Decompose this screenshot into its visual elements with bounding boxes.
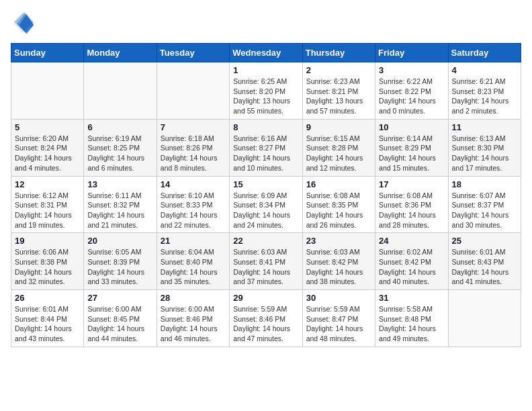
day-info: Sunrise: 6:20 AM Sunset: 8:24 PM Dayligh… bbox=[15, 134, 80, 173]
day-info: Sunrise: 6:13 AM Sunset: 8:30 PM Dayligh… bbox=[452, 134, 517, 173]
day-number: 31 bbox=[379, 293, 444, 303]
calendar-week-row: 12Sunrise: 6:12 AM Sunset: 8:31 PM Dayli… bbox=[11, 176, 521, 233]
day-number: 27 bbox=[87, 293, 152, 303]
day-number: 12 bbox=[15, 179, 80, 189]
calendar-cell: 26Sunrise: 6:01 AM Sunset: 8:44 PM Dayli… bbox=[11, 290, 84, 347]
day-number: 3 bbox=[379, 65, 444, 75]
day-info: Sunrise: 6:03 AM Sunset: 8:41 PM Dayligh… bbox=[233, 247, 298, 287]
day-number: 14 bbox=[161, 179, 226, 189]
day-info: Sunrise: 6:12 AM Sunset: 8:31 PM Dayligh… bbox=[15, 191, 80, 230]
calendar-cell: 21Sunrise: 6:04 AM Sunset: 8:40 PM Dayli… bbox=[157, 233, 229, 290]
logo-icon bbox=[11, 11, 35, 35]
day-of-week-header: Saturday bbox=[448, 44, 521, 62]
calendar-cell: 5Sunrise: 6:20 AM Sunset: 8:24 PM Daylig… bbox=[11, 119, 84, 176]
day-number: 1 bbox=[233, 65, 298, 75]
day-info: Sunrise: 6:16 AM Sunset: 8:27 PM Dayligh… bbox=[233, 134, 298, 173]
calendar-cell: 18Sunrise: 6:07 AM Sunset: 8:37 PM Dayli… bbox=[448, 176, 521, 233]
day-info: Sunrise: 6:00 AM Sunset: 8:46 PM Dayligh… bbox=[161, 304, 226, 344]
day-of-week-header: Wednesday bbox=[230, 44, 302, 62]
calendar-cell: 14Sunrise: 6:10 AM Sunset: 8:33 PM Dayli… bbox=[157, 176, 229, 233]
calendar-cell: 10Sunrise: 6:14 AM Sunset: 8:29 PM Dayli… bbox=[375, 119, 448, 176]
day-number: 17 bbox=[379, 179, 444, 189]
day-number: 16 bbox=[306, 179, 371, 189]
calendar-header-row: SundayMondayTuesdayWednesdayThursdayFrid… bbox=[11, 44, 521, 62]
day-info: Sunrise: 6:01 AM Sunset: 8:44 PM Dayligh… bbox=[15, 304, 80, 344]
calendar-week-row: 5Sunrise: 6:20 AM Sunset: 8:24 PM Daylig… bbox=[11, 119, 521, 176]
calendar-cell: 9Sunrise: 6:15 AM Sunset: 8:28 PM Daylig… bbox=[302, 119, 375, 176]
calendar-cell: 24Sunrise: 6:02 AM Sunset: 8:42 PM Dayli… bbox=[375, 233, 448, 290]
day-info: Sunrise: 6:09 AM Sunset: 8:34 PM Dayligh… bbox=[233, 191, 298, 230]
day-number: 21 bbox=[161, 236, 226, 246]
day-of-week-header: Monday bbox=[84, 44, 157, 62]
day-of-week-header: Thursday bbox=[302, 44, 375, 62]
calendar-cell: 23Sunrise: 6:03 AM Sunset: 8:42 PM Dayli… bbox=[302, 233, 375, 290]
calendar-cell: 25Sunrise: 6:01 AM Sunset: 8:43 PM Dayli… bbox=[448, 233, 521, 290]
day-info: Sunrise: 6:21 AM Sunset: 8:23 PM Dayligh… bbox=[452, 77, 517, 116]
day-info: Sunrise: 6:08 AM Sunset: 8:36 PM Dayligh… bbox=[379, 191, 444, 230]
calendar-cell: 12Sunrise: 6:12 AM Sunset: 8:31 PM Dayli… bbox=[11, 176, 84, 233]
calendar-cell: 13Sunrise: 6:11 AM Sunset: 8:32 PM Dayli… bbox=[84, 176, 157, 233]
day-number: 7 bbox=[161, 122, 226, 132]
day-info: Sunrise: 6:25 AM Sunset: 8:20 PM Dayligh… bbox=[233, 77, 298, 116]
calendar-cell: 22Sunrise: 6:03 AM Sunset: 8:41 PM Dayli… bbox=[230, 233, 302, 290]
calendar-cell: 11Sunrise: 6:13 AM Sunset: 8:30 PM Dayli… bbox=[448, 119, 521, 176]
calendar-cell: 1Sunrise: 6:25 AM Sunset: 8:20 PM Daylig… bbox=[230, 62, 302, 120]
day-number: 23 bbox=[306, 236, 371, 246]
day-number: 19 bbox=[15, 236, 80, 246]
day-info: Sunrise: 6:05 AM Sunset: 8:39 PM Dayligh… bbox=[87, 247, 152, 287]
calendar-cell: 31Sunrise: 5:58 AM Sunset: 8:48 PM Dayli… bbox=[375, 290, 448, 347]
calendar-cell: 2Sunrise: 6:23 AM Sunset: 8:21 PM Daylig… bbox=[302, 62, 375, 120]
day-info: Sunrise: 6:10 AM Sunset: 8:33 PM Dayligh… bbox=[161, 191, 226, 230]
day-info: Sunrise: 6:23 AM Sunset: 8:21 PM Dayligh… bbox=[306, 77, 371, 116]
day-info: Sunrise: 6:07 AM Sunset: 8:37 PM Dayligh… bbox=[452, 191, 517, 230]
day-info: Sunrise: 6:14 AM Sunset: 8:29 PM Dayligh… bbox=[379, 134, 444, 173]
logo bbox=[11, 11, 38, 35]
day-of-week-header: Tuesday bbox=[157, 44, 229, 62]
calendar-cell: 28Sunrise: 6:00 AM Sunset: 8:46 PM Dayli… bbox=[157, 290, 229, 347]
calendar-cell: 4Sunrise: 6:21 AM Sunset: 8:23 PM Daylig… bbox=[448, 62, 521, 120]
day-info: Sunrise: 6:18 AM Sunset: 8:26 PM Dayligh… bbox=[161, 134, 226, 173]
day-number: 20 bbox=[87, 236, 152, 246]
day-number: 8 bbox=[233, 122, 298, 132]
day-info: Sunrise: 5:58 AM Sunset: 8:48 PM Dayligh… bbox=[379, 304, 444, 344]
calendar-week-row: 26Sunrise: 6:01 AM Sunset: 8:44 PM Dayli… bbox=[11, 290, 521, 347]
calendar-cell: 15Sunrise: 6:09 AM Sunset: 8:34 PM Dayli… bbox=[230, 176, 302, 233]
day-number: 30 bbox=[306, 293, 371, 303]
day-info: Sunrise: 6:11 AM Sunset: 8:32 PM Dayligh… bbox=[87, 191, 152, 230]
day-info: Sunrise: 6:01 AM Sunset: 8:43 PM Dayligh… bbox=[452, 247, 517, 287]
calendar-cell: 6Sunrise: 6:19 AM Sunset: 8:25 PM Daylig… bbox=[84, 119, 157, 176]
day-of-week-header: Friday bbox=[375, 44, 448, 62]
calendar-cell: 27Sunrise: 6:00 AM Sunset: 8:45 PM Dayli… bbox=[84, 290, 157, 347]
day-number: 18 bbox=[452, 179, 517, 189]
day-info: Sunrise: 6:22 AM Sunset: 8:22 PM Dayligh… bbox=[379, 77, 444, 116]
day-info: Sunrise: 6:06 AM Sunset: 8:38 PM Dayligh… bbox=[15, 247, 80, 287]
day-number: 15 bbox=[233, 179, 298, 189]
calendar-cell: 7Sunrise: 6:18 AM Sunset: 8:26 PM Daylig… bbox=[157, 119, 229, 176]
day-number: 13 bbox=[87, 179, 152, 189]
calendar-cell: 3Sunrise: 6:22 AM Sunset: 8:22 PM Daylig… bbox=[375, 62, 448, 120]
calendar-cell: 20Sunrise: 6:05 AM Sunset: 8:39 PM Dayli… bbox=[84, 233, 157, 290]
day-info: Sunrise: 5:59 AM Sunset: 8:46 PM Dayligh… bbox=[233, 304, 298, 344]
day-info: Sunrise: 6:03 AM Sunset: 8:42 PM Dayligh… bbox=[306, 247, 371, 287]
calendar-week-row: 19Sunrise: 6:06 AM Sunset: 8:38 PM Dayli… bbox=[11, 233, 521, 290]
day-info: Sunrise: 6:04 AM Sunset: 8:40 PM Dayligh… bbox=[161, 247, 226, 287]
calendar-cell: 17Sunrise: 6:08 AM Sunset: 8:36 PM Dayli… bbox=[375, 176, 448, 233]
calendar-cell bbox=[448, 290, 521, 347]
day-info: Sunrise: 6:15 AM Sunset: 8:28 PM Dayligh… bbox=[306, 134, 371, 173]
page-header bbox=[11, 11, 521, 35]
calendar-cell bbox=[84, 62, 157, 120]
day-number: 28 bbox=[161, 293, 226, 303]
calendar-table: SundayMondayTuesdayWednesdayThursdayFrid… bbox=[11, 43, 521, 347]
day-number: 29 bbox=[233, 293, 298, 303]
day-info: Sunrise: 6:02 AM Sunset: 8:42 PM Dayligh… bbox=[379, 247, 444, 287]
day-number: 22 bbox=[233, 236, 298, 246]
day-number: 24 bbox=[379, 236, 444, 246]
day-number: 5 bbox=[15, 122, 80, 132]
calendar-cell: 29Sunrise: 5:59 AM Sunset: 8:46 PM Dayli… bbox=[230, 290, 302, 347]
day-info: Sunrise: 6:19 AM Sunset: 8:25 PM Dayligh… bbox=[87, 134, 152, 173]
calendar-cell bbox=[11, 62, 84, 120]
day-of-week-header: Sunday bbox=[11, 44, 84, 62]
calendar-cell: 8Sunrise: 6:16 AM Sunset: 8:27 PM Daylig… bbox=[230, 119, 302, 176]
calendar-cell: 19Sunrise: 6:06 AM Sunset: 8:38 PM Dayli… bbox=[11, 233, 84, 290]
day-number: 25 bbox=[452, 236, 517, 246]
